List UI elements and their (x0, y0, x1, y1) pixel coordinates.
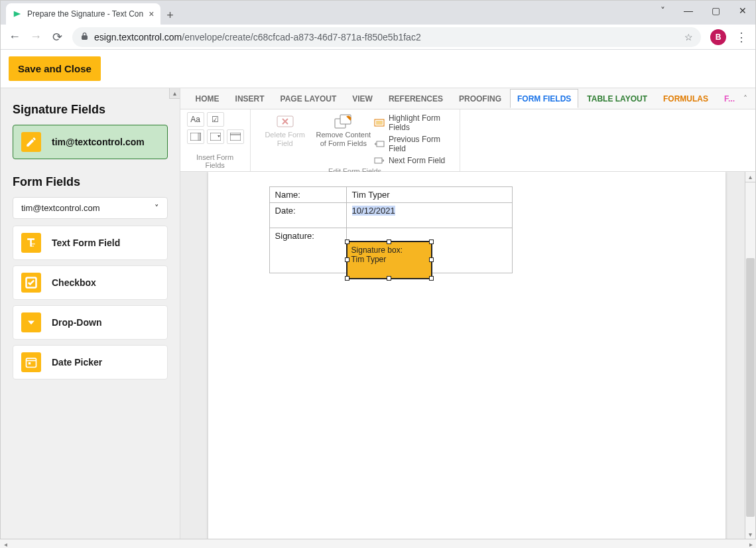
field-card-date-picker[interactable]: Date Picker (13, 345, 168, 379)
insert-combobox-icon[interactable] (187, 129, 204, 144)
url-field[interactable]: esign.textcontrol.com/envelope/create/c6… (72, 27, 701, 47)
ribbon-tab-table-layout[interactable]: TABLE LAYOUT (580, 89, 655, 108)
insert-date-icon[interactable] (227, 129, 244, 144)
highlight-form-fields-button[interactable]: Highlight Form Fields (374, 113, 453, 132)
dropdown-icon (21, 312, 41, 332)
resize-handle[interactable] (429, 276, 434, 281)
document-canvas[interactable]: ▴ ▾ Name: Tim Typer (180, 172, 755, 547)
ribbon-tab-proofing[interactable]: PROOFING (452, 89, 509, 108)
remove-content-button[interactable]: Remove Content of Form Fields (316, 112, 371, 165)
address-bar: ← → ⟳ esign.textcontrol.com/envelope/cre… (1, 25, 755, 50)
recipient-select[interactable]: tim@textcontrol.com ˅ (13, 197, 168, 219)
ribbon-tab-insert[interactable]: INSERT (228, 89, 272, 108)
back-button[interactable]: ← (9, 30, 21, 44)
ribbon-tab-f-[interactable]: F... (717, 89, 742, 108)
pencil-icon (21, 132, 41, 152)
date-value[interactable]: 10/12/2021 (352, 206, 395, 216)
field-label: Checkbox (52, 277, 96, 288)
name-label: Name: (269, 187, 346, 203)
scroll-down-arrow[interactable]: ▾ (745, 529, 755, 539)
close-tab-icon[interactable]: × (149, 9, 154, 19)
signer-email: tim@textcontrol.com (52, 137, 145, 147)
svg-rect-4 (27, 358, 36, 367)
maximize-icon[interactable]: ▢ (712, 5, 720, 16)
field-label: Text Form Field (52, 238, 120, 248)
name-value[interactable]: Tim Typer (346, 187, 512, 203)
field-card-text-form-field[interactable]: Text Form Field (13, 226, 168, 260)
favicon-icon (13, 9, 22, 19)
browser-menu-icon[interactable]: ⋮ (735, 30, 747, 44)
ribbon-tab-references[interactable]: REFERENCES (381, 89, 450, 108)
resize-handle[interactable] (345, 240, 349, 244)
app-toolbar: Save and Close (1, 50, 755, 88)
resize-handle[interactable] (429, 240, 434, 244)
checkbox-icon (21, 273, 41, 293)
signature-fields-heading: Signature Fields (13, 103, 168, 117)
browser-tab[interactable]: Prepare the Signature - Text Con × (6, 3, 160, 25)
ribbon-tab-view[interactable]: VIEW (345, 89, 380, 108)
ribbon-group-insert: Aa ☑ Insert Form Fields (180, 109, 251, 171)
sidebar-scroll-up[interactable]: ▴ (169, 88, 180, 99)
bookmark-star-icon[interactable]: ☆ (684, 32, 693, 42)
field-label: Drop-Down (52, 317, 101, 328)
save-and-close-button[interactable]: Save and Close (9, 56, 101, 81)
ribbon-tabs: HOMEINSERTPAGE LAYOUTVIEWREFERENCESPROOF… (180, 88, 755, 109)
vertical-scrollbar[interactable]: ▾ (745, 182, 755, 539)
chevron-down-icon[interactable]: ˅ (661, 5, 665, 16)
signature-label: Signature: (269, 228, 346, 273)
insert-textfield-icon[interactable]: Aa (187, 112, 204, 127)
chevron-down-icon: ˅ (155, 203, 159, 213)
ribbon-tab-form-fields[interactable]: FORM FIELDS (510, 89, 578, 108)
insert-dropdown-icon[interactable] (207, 129, 224, 144)
ribbon-group-caption: Insert Form Fields (187, 151, 243, 171)
previous-form-field-button[interactable]: Previous Form Field (374, 135, 453, 153)
ribbon-tab-page-layout[interactable]: PAGE LAYOUT (273, 89, 344, 108)
svg-marker-0 (14, 11, 21, 17)
delete-form-field-button: Delete Form Field (257, 112, 313, 165)
svg-rect-6 (29, 362, 31, 364)
field-label: Date Picker (52, 357, 102, 368)
resize-handle[interactable] (345, 276, 349, 281)
svg-rect-17 (377, 141, 384, 147)
window-controls: ˅ — ▢ ✕ (661, 5, 747, 16)
tab-title: Prepare the Signature - Text Con (27, 9, 143, 19)
text-icon (21, 233, 41, 253)
resize-handle[interactable] (345, 257, 349, 262)
ribbon-collapse-icon[interactable]: ˄ (743, 94, 747, 103)
next-form-field-button[interactable]: Next Form Field (374, 156, 453, 165)
close-window-icon[interactable]: ✕ (739, 5, 747, 16)
datepicker-icon (21, 352, 41, 372)
ribbon-tab-home[interactable]: HOME (188, 89, 227, 108)
field-card-drop-down[interactable]: Drop-Down (13, 305, 168, 340)
date-label: Date: (269, 203, 346, 228)
svg-rect-10 (230, 133, 241, 141)
signature-box-title: Signature box: (351, 245, 427, 255)
resize-handle[interactable] (387, 276, 391, 281)
minimize-icon[interactable]: — (684, 5, 693, 16)
insert-checkbox-icon[interactable]: ☑ (207, 112, 224, 127)
profile-avatar[interactable]: B (710, 29, 726, 45)
svg-rect-1 (82, 35, 88, 38)
horizontal-scrollbar[interactable]: ◂ ▸ (1, 539, 755, 547)
scroll-thumb[interactable] (746, 258, 755, 517)
field-card-checkbox[interactable]: Checkbox (13, 265, 168, 300)
new-tab-button[interactable]: + (160, 6, 179, 25)
url-text: esign.textcontrol.com/envelope/create/c6… (94, 32, 421, 42)
recipient-select-value: tim@textcontrol.com (21, 203, 100, 213)
reload-button[interactable]: ⟳ (51, 30, 63, 44)
ribbon-tab-formulas[interactable]: FORMULAS (656, 89, 716, 108)
svg-rect-16 (376, 121, 383, 125)
scroll-left-arrow[interactable]: ◂ (1, 539, 11, 547)
lock-icon (80, 32, 89, 42)
scroll-right-arrow[interactable]: ▸ (745, 539, 755, 547)
sidebar: ▴ Signature Fields tim@textcontrol.com F… (1, 88, 180, 547)
signature-box[interactable]: Signature box: Tim Typer (346, 241, 432, 279)
scroll-up-arrow[interactable]: ▴ (745, 172, 755, 182)
signer-card[interactable]: tim@textcontrol.com (13, 125, 168, 159)
signature-box-signer: Tim Typer (351, 255, 427, 264)
ribbon: Aa ☑ Insert Form Fields (180, 109, 755, 172)
page: Name: Tim Typer Date: 10/12/2021 Signatu… (208, 172, 725, 539)
resize-handle[interactable] (429, 257, 434, 262)
resize-handle[interactable] (387, 240, 391, 244)
ribbon-group-edit: Delete Form Field Remove Content of Form… (251, 109, 460, 171)
